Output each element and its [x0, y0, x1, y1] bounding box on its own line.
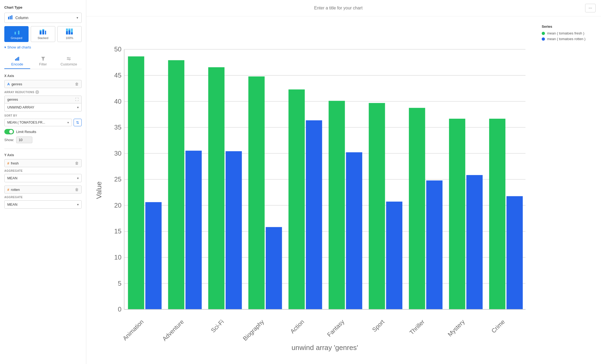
- y-rotten-delete-icon[interactable]: 🗑: [75, 187, 79, 192]
- unwind-text: UNWIND ARRAY: [7, 105, 77, 109]
- show-input[interactable]: 10 20 50: [16, 136, 32, 143]
- legend-dot-rotten: [542, 37, 545, 41]
- y-fresh-delete-icon[interactable]: 🗑: [75, 161, 79, 165]
- chart-legend: Series mean ( tomatoes fresh ) mean ( to…: [542, 22, 596, 359]
- show-all-charts-link[interactable]: ▾ Show all charts: [4, 45, 82, 49]
- expand-icon[interactable]: ⛶: [75, 97, 79, 102]
- bar-fantasy-rotten: [346, 152, 362, 310]
- chart-type-dropdown[interactable]: Column ▾: [4, 13, 82, 23]
- chart-header: ···: [86, 0, 601, 16]
- bar-action-rotten: [306, 120, 322, 309]
- sidebar: Chart Type Column ▾: [0, 0, 86, 364]
- unwind-dropdown[interactable]: UNWIND ARRAY ▾: [4, 103, 82, 111]
- legend-label-fresh: mean ( tomatoes fresh ): [547, 31, 584, 35]
- bar-sport-rotten: [386, 202, 402, 309]
- sort-field-text: MEAN ( TOMATOES.FR...: [7, 121, 67, 124]
- show-all-charts-label: Show all charts: [7, 45, 31, 49]
- svg-rect-11: [45, 31, 46, 34]
- x-label-crime: Crime: [490, 318, 506, 334]
- bar-sport-fresh: [369, 103, 385, 310]
- svg-rect-0: [8, 17, 9, 19]
- svg-text:0: 0: [118, 306, 121, 313]
- sort-row: MEAN ( TOMATOES.FR... ▾ ⇅: [4, 119, 82, 126]
- rotten-agg-chevron-icon: ▾: [77, 203, 79, 206]
- rotten-aggregate-dropdown[interactable]: MEAN ▾: [4, 200, 82, 209]
- tab-encode-label: Encode: [11, 62, 23, 66]
- info-icon[interactable]: i: [35, 90, 39, 94]
- chart-type-options: Grouped Stacked: [4, 26, 82, 42]
- x-label-biography: Biography: [241, 318, 265, 342]
- tab-encode[interactable]: Encode: [4, 55, 30, 69]
- bar-biography-fresh: [248, 76, 265, 309]
- tab-customize[interactable]: Customize: [56, 55, 82, 69]
- chart-options-button[interactable]: ···: [585, 4, 596, 12]
- array-field-row: genres ⛶: [4, 96, 82, 103]
- grouped-label: Grouped: [11, 36, 22, 40]
- encode-icon: [15, 57, 19, 61]
- x-field-delete-icon[interactable]: 🗑: [75, 82, 79, 86]
- bar-adventure-rotten: [185, 151, 202, 310]
- bar-adventure-fresh: [168, 60, 184, 310]
- 100pct-label: 100%: [66, 36, 73, 40]
- chart-type-section: Chart Type Column ▾: [4, 5, 82, 49]
- array-reductions-label: ARRAY REDUCTIONS i: [4, 90, 82, 94]
- limit-toggle[interactable]: [4, 129, 14, 134]
- x-axis-section: X Axis A genres 🗑 ARRAY REDUCTIONS i gen…: [4, 74, 82, 143]
- filter-icon: [41, 57, 45, 61]
- sort-dropdown[interactable]: MEAN ( TOMATOES.FR... ▾: [4, 119, 72, 126]
- grouped-option[interactable]: Grouped: [4, 26, 29, 42]
- grouped-icon: [6, 29, 27, 36]
- legend-title: Series: [542, 24, 596, 29]
- legend-item-rotten: mean ( tomatoes rotten ): [542, 37, 596, 41]
- svg-text:45: 45: [114, 72, 122, 79]
- 100pct-option[interactable]: 100%: [57, 26, 82, 42]
- divider: [4, 149, 82, 149]
- stacked-label: Stacked: [38, 36, 49, 40]
- x-label-action: Action: [289, 318, 305, 335]
- bar-mystery-fresh: [449, 119, 465, 309]
- chart-container: Value 0 5: [86, 16, 601, 364]
- tab-filter[interactable]: Filter: [30, 55, 56, 69]
- svg-point-26: [69, 59, 70, 60]
- y-axis-label: Y Axis: [4, 153, 82, 157]
- y-axis-section: Y Axis # fresh 🗑 AGGREGATE MEAN ▾ # rott…: [4, 153, 82, 209]
- y-field-rotten-row: # rotten 🗑: [4, 186, 82, 194]
- svg-rect-3: [13, 31, 14, 34]
- customize-icon: [67, 57, 71, 61]
- svg-point-25: [67, 57, 68, 58]
- sort-order-button[interactable]: ⇅: [74, 119, 82, 126]
- limit-row: Limit Results: [4, 129, 82, 134]
- fresh-aggregate-dropdown[interactable]: MEAN ▾: [4, 174, 82, 182]
- svg-rect-19: [16, 58, 17, 61]
- legend-dot-fresh: [542, 32, 545, 35]
- y-fresh-type-icon: #: [7, 161, 9, 165]
- bar-crime-fresh: [489, 119, 505, 309]
- svg-rect-10: [42, 29, 44, 30]
- svg-text:5: 5: [118, 280, 121, 287]
- bar-action-fresh: [288, 89, 305, 309]
- x-label-thriller: Thriller: [408, 318, 426, 336]
- bar-animation-rotten: [145, 202, 161, 309]
- svg-rect-4: [15, 32, 16, 34]
- y-fresh-name: fresh: [11, 161, 75, 165]
- bar-thriller-fresh: [409, 108, 425, 310]
- bar-chart-svg: Value 0 5: [92, 22, 536, 359]
- fresh-agg-chevron-icon: ▾: [77, 176, 79, 180]
- unwind-chevron-icon: ▾: [77, 106, 79, 109]
- svg-rect-1: [10, 16, 11, 19]
- x-label-animation: Animation: [122, 318, 145, 342]
- x-axis-title: unwind array 'genres': [292, 344, 358, 352]
- svg-rect-5: [16, 30, 18, 34]
- bar-thriller-rotten: [426, 180, 443, 309]
- column-chart-icon: [8, 15, 13, 20]
- 100pct-icon: [59, 29, 80, 36]
- bar-scifi-rotten: [226, 151, 242, 310]
- x-label-adventure: Adventure: [161, 318, 185, 342]
- bar-fantasy-fresh: [329, 101, 345, 309]
- stacked-option[interactable]: Stacked: [31, 26, 55, 42]
- bar-scifi-fresh: [208, 67, 224, 309]
- y-axis-title: Value: [95, 181, 103, 199]
- legend-label-rotten: mean ( tomatoes rotten ): [547, 37, 585, 41]
- y-rotten-name: rotten: [11, 188, 75, 192]
- chart-title-input[interactable]: [92, 6, 585, 10]
